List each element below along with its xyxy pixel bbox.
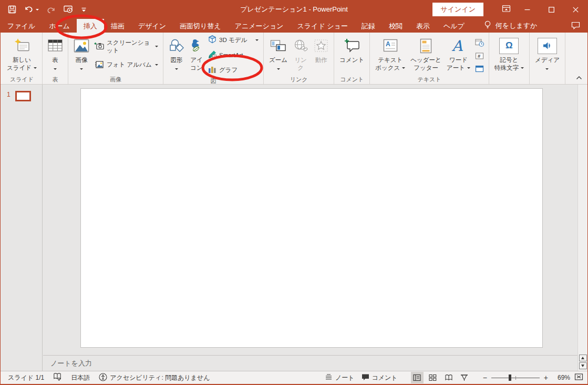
slide-thumbnail[interactable] xyxy=(15,91,31,101)
fit-slide-to-window-button[interactable] xyxy=(574,373,583,382)
screenshot-button[interactable]: スクリーンショット xyxy=(92,38,160,56)
object-button[interactable] xyxy=(473,64,486,74)
icons-label: アイ コン xyxy=(190,57,203,71)
tab-help[interactable]: ヘルプ xyxy=(437,19,471,33)
customize-qat-icon[interactable] xyxy=(81,7,87,13)
wordart-button[interactable]: A ワード アート xyxy=(445,34,472,74)
slide-number: 1 xyxy=(7,91,11,98)
sign-in-button[interactable]: サインイン xyxy=(432,3,483,16)
group-label-text: テキスト xyxy=(372,74,487,84)
arrow-down-icon xyxy=(581,365,584,367)
arrow-up-icon xyxy=(581,357,584,359)
ribbon-display-options-icon[interactable] xyxy=(497,5,515,15)
svg-text:A: A xyxy=(386,40,390,48)
date-time-button[interactable] xyxy=(473,37,486,48)
new-slide-chevron-icon xyxy=(34,67,37,69)
slide-thumbnail-panel: 1 xyxy=(1,85,43,371)
accessibility-icon xyxy=(99,373,107,383)
vertical-scrollbar[interactable] xyxy=(577,85,587,371)
notes-toggle-label: ノート xyxy=(335,373,355,382)
table-button[interactable]: 表 xyxy=(46,34,65,74)
3d-models-button[interactable]: 3D モデル xyxy=(207,34,260,46)
comment-label: コメント xyxy=(339,57,364,63)
tab-file[interactable]: ファイル xyxy=(1,19,42,33)
shapes-button[interactable]: 図形 xyxy=(167,34,187,76)
tab-slideshow[interactable]: スライド ショー xyxy=(290,19,354,33)
quick-access-toolbar xyxy=(1,5,87,15)
notes-toggle[interactable]: ノート xyxy=(325,373,355,382)
wordart-chevron-icon xyxy=(467,67,470,69)
tab-transitions[interactable]: 画面切り替え xyxy=(173,19,228,33)
start-from-beginning-icon[interactable] xyxy=(64,5,73,14)
slide-indicator[interactable]: スライド 1/1 xyxy=(8,373,44,382)
zoom-slider-thumb[interactable] xyxy=(509,374,511,381)
zoom-button[interactable]: ズーム xyxy=(267,34,290,74)
comment-button[interactable]: コメント xyxy=(337,34,366,74)
proofing-icon[interactable] xyxy=(53,372,62,383)
media-chevron-icon xyxy=(545,68,549,70)
tell-me-search[interactable]: 何をしますか xyxy=(479,19,543,33)
zoom-in-button[interactable]: + xyxy=(544,373,548,382)
tab-draw[interactable]: 描画 xyxy=(104,19,131,33)
group-comments: コメント コメント xyxy=(334,33,370,84)
previous-slide-button[interactable] xyxy=(579,355,587,361)
header-footer-button[interactable]: ヘッダーと フッター xyxy=(408,34,443,74)
redo-icon[interactable] xyxy=(47,6,56,14)
text-box-button[interactable]: A テキスト ボックス xyxy=(373,34,407,74)
next-slide-button[interactable] xyxy=(579,362,587,369)
photo-album-button[interactable]: フォト アルバム xyxy=(92,59,160,71)
slideshow-view-button[interactable] xyxy=(458,372,471,383)
picture-button[interactable]: 画像 xyxy=(71,34,91,74)
media-button[interactable]: メディア xyxy=(533,34,562,74)
save-icon[interactable] xyxy=(8,5,16,14)
close-button[interactable] xyxy=(563,0,587,19)
reading-view-button[interactable] xyxy=(442,372,455,383)
tab-home[interactable]: ホーム xyxy=(42,19,77,33)
language-indicator[interactable]: 日本語 xyxy=(71,373,90,382)
tab-design[interactable]: デザイン xyxy=(131,19,173,33)
symbol-chevron-icon xyxy=(521,67,524,69)
collapse-ribbon-button[interactable] xyxy=(576,72,582,82)
ribbon: 新しい スライド スライド 表 表 xyxy=(1,33,587,85)
tab-review[interactable]: 校閲 xyxy=(382,19,409,33)
slide-sorter-view-button[interactable] xyxy=(427,372,439,383)
zoom-slider[interactable] xyxy=(491,374,540,381)
group-label-illustrations: 図 xyxy=(165,76,262,85)
symbol-button[interactable]: Ω 記号と 特殊文字 xyxy=(492,34,526,74)
action-button[interactable]: 動作 xyxy=(312,34,331,74)
chart-button[interactable]: グラフ xyxy=(207,65,260,76)
accessibility-checker[interactable]: アクセシビリティ: 問題ありません xyxy=(99,373,210,383)
zoom-out-button[interactable]: − xyxy=(483,373,487,382)
group-media: メディア xyxy=(530,33,565,84)
tab-record[interactable]: 記録 xyxy=(355,19,382,33)
tab-insert[interactable]: 挿入 xyxy=(77,19,104,33)
smartart-button[interactable]: SmartArt xyxy=(207,49,260,61)
tab-animations[interactable]: アニメーション xyxy=(228,19,291,33)
normal-view-button[interactable] xyxy=(411,372,424,383)
group-illustrations: 図形 アイ コン 3D モデル xyxy=(163,33,264,84)
zoom-controls: − + 69% xyxy=(483,373,583,382)
symbol-label: 記号と 特殊文字 xyxy=(494,57,519,71)
group-label-links: リンク xyxy=(265,74,332,84)
group-label-slides: スライド xyxy=(3,74,40,84)
header-footer-icon xyxy=(420,37,432,55)
notes-pane[interactable]: ノートを入力 xyxy=(43,355,577,371)
undo-button[interactable] xyxy=(24,5,39,15)
tab-view[interactable]: 表示 xyxy=(409,19,437,33)
slide-number-button[interactable]: # xyxy=(473,51,486,61)
new-slide-button[interactable]: 新しい スライド xyxy=(5,34,39,74)
lightbulb-icon xyxy=(484,20,491,31)
group-links: ズーム リン ク 動作 リンク xyxy=(264,33,334,84)
photo-album-chevron-icon xyxy=(155,64,158,66)
zoom-level[interactable]: 69% xyxy=(552,374,570,381)
titlebar-controls: サインイン xyxy=(432,0,587,19)
slide-canvas[interactable] xyxy=(80,88,543,348)
maximize-button[interactable] xyxy=(539,0,563,19)
status-bar: スライド 1/1 日本語 アクセシビリティ: 問題ありません ノート xyxy=(1,371,587,385)
comments-pane-icon[interactable] xyxy=(571,22,580,32)
minimize-button[interactable] xyxy=(515,0,539,19)
link-button[interactable]: リン ク xyxy=(291,34,311,74)
comments-toggle[interactable]: コメント xyxy=(362,373,398,382)
icons-button[interactable]: アイ コン xyxy=(188,34,205,76)
notes-icon xyxy=(325,373,333,382)
